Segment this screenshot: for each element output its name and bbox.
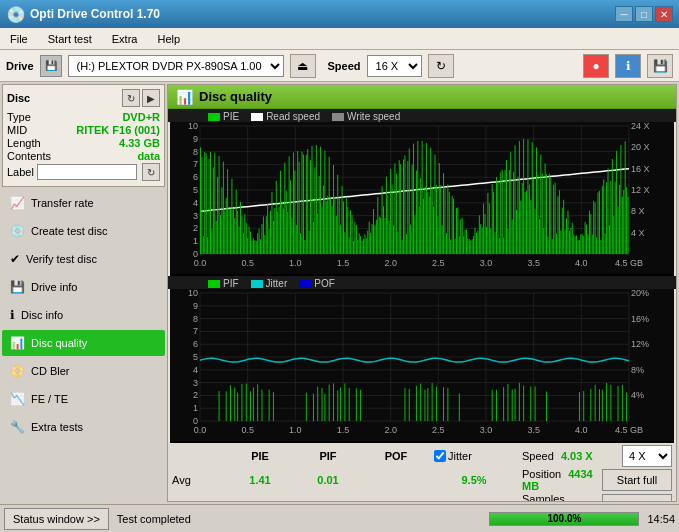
type-value: DVD+R — [122, 111, 160, 123]
speed-label: Speed — [328, 60, 361, 72]
nav-label-cd-bler: CD Bler — [31, 365, 70, 377]
content-icon: 📊 — [176, 89, 193, 105]
speed-info-value: 4.03 X — [561, 450, 593, 462]
read-speed-legend-label: Read speed — [266, 111, 320, 122]
drive-select[interactable]: (H:) PLEXTOR DVDR PX-890SA 1.00 — [68, 55, 284, 77]
stats-area: PIE PIF POF Jitter Speed 4.03 X 4 X — [168, 443, 676, 501]
mid-label: MID — [7, 124, 27, 136]
menu-start-test[interactable]: Start test — [42, 31, 98, 47]
chart1-canvas — [170, 122, 674, 274]
chart2-canvas — [170, 289, 674, 441]
disc-title: Disc — [7, 92, 30, 104]
pof-header: POF — [366, 450, 426, 462]
contents-label: Contents — [7, 150, 51, 162]
transfer-rate-icon: 📈 — [10, 196, 25, 210]
speed-info-label: Speed — [522, 450, 554, 462]
menu-help[interactable]: Help — [151, 31, 186, 47]
test-speed-select[interactable]: 4 X — [622, 445, 672, 467]
stats-avg-row: Avg 1.41 0.01 9.5% Position 4434 MB Star… — [172, 468, 672, 492]
menu-extra[interactable]: Extra — [106, 31, 144, 47]
jitter-max: 10.1% — [434, 499, 514, 501]
nav-label-verify-test-disc: Verify test disc — [26, 253, 97, 265]
charts-container: PIE Read speed Write speed PIF — [168, 109, 676, 501]
sidebar-item-disc-info[interactable]: ℹ Disc info — [2, 302, 165, 328]
nav-label-create-test-disc: Create test disc — [31, 225, 107, 237]
drivebar: Drive 💾 (H:) PLEXTOR DVDR PX-890SA 1.00 … — [0, 50, 679, 82]
drive-icon: 💾 — [40, 55, 62, 77]
titlebar-title: Opti Drive Control 1.70 — [30, 7, 160, 21]
start-part-button[interactable]: Start part — [602, 494, 672, 501]
sidebar-item-extra-tests[interactable]: 🔧 Extra tests — [2, 414, 165, 440]
nav-label-fe-te: FE / TE — [31, 393, 68, 405]
pif-avg: 0.01 — [298, 474, 358, 486]
refresh-button[interactable]: ↻ — [428, 54, 454, 78]
avg-label: Avg — [172, 474, 222, 486]
pif-max: 3 — [298, 499, 358, 501]
legend-pof: POF — [299, 278, 335, 289]
speed-info: Speed 4.03 X — [522, 450, 593, 462]
info-button[interactable]: ℹ — [615, 54, 641, 78]
max-label: Max — [172, 499, 222, 501]
content-title: Disc quality — [199, 89, 272, 104]
chart2-legend: PIF Jitter POF — [168, 276, 676, 289]
start-full-button[interactable]: Start full — [602, 469, 672, 491]
red-button[interactable]: ● — [583, 54, 609, 78]
pif-legend-label: PIF — [223, 278, 239, 289]
jitter-legend-label: Jitter — [266, 278, 288, 289]
nav-label-disc-info: Disc info — [21, 309, 63, 321]
write-speed-legend-box — [332, 113, 344, 121]
disc-arrow-button[interactable]: ▶ — [142, 89, 160, 107]
write-speed-legend-label: Write speed — [347, 111, 400, 122]
sidebar-item-cd-bler[interactable]: 📀 CD Bler — [2, 358, 165, 384]
jitter-checkbox[interactable] — [434, 450, 446, 462]
nav-label-transfer-rate: Transfer rate — [31, 197, 94, 209]
time-display: 14:54 — [647, 513, 675, 525]
status-window-button[interactable]: Status window >> — [4, 508, 109, 530]
disc-refresh-button[interactable]: ↻ — [122, 89, 140, 107]
label-refresh-button[interactable]: ↻ — [142, 163, 160, 181]
sidebar-item-verify-test-disc[interactable]: ✔ Verify test disc — [2, 246, 165, 272]
sidebar-item-transfer-rate[interactable]: 📈 Transfer rate — [2, 190, 165, 216]
legend-read-speed: Read speed — [251, 111, 320, 122]
pof-legend-box — [299, 280, 311, 288]
pif-legend-box — [208, 280, 220, 288]
menubar: File Start test Extra Help — [0, 28, 679, 50]
pof-legend-label: POF — [314, 278, 335, 289]
statusbar: Status window >> Test completed 100.0% 1… — [0, 504, 679, 532]
label-input[interactable] — [37, 164, 137, 180]
nav-label-drive-info: Drive info — [31, 281, 77, 293]
contents-value: data — [137, 150, 160, 162]
create-test-disc-icon: 💿 — [10, 224, 25, 238]
save-button[interactable]: 💾 — [647, 54, 673, 78]
chart2 — [170, 289, 674, 443]
sidebar-item-fe-te[interactable]: 📉 FE / TE — [2, 386, 165, 412]
jitter-legend-box — [251, 280, 263, 288]
label-label: Label — [7, 166, 34, 178]
pie-header: PIE — [230, 450, 290, 462]
sidebar: Disc ↻ ▶ Type DVD+R MID RITEK F16 (001) … — [0, 82, 167, 504]
main-area: Disc ↻ ▶ Type DVD+R MID RITEK F16 (001) … — [0, 82, 679, 504]
speed-select[interactable]: 16 X — [367, 55, 422, 77]
fe-te-icon: 📉 — [10, 392, 25, 406]
menu-file[interactable]: File — [4, 31, 34, 47]
samples-label: Samples — [522, 493, 565, 501]
close-button[interactable]: ✕ — [655, 6, 673, 22]
disc-info-icon: ℹ — [10, 308, 15, 322]
type-label: Type — [7, 111, 31, 123]
sidebar-item-disc-quality[interactable]: 📊 Disc quality — [2, 330, 165, 356]
sidebar-item-create-test-disc[interactable]: 💿 Create test disc — [2, 218, 165, 244]
legend-write-speed: Write speed — [332, 111, 400, 122]
stats-header-row: PIE PIF POF Jitter Speed 4.03 X 4 X — [172, 445, 672, 467]
maximize-button[interactable]: □ — [635, 6, 653, 22]
eject-button[interactable]: ⏏ — [290, 54, 316, 78]
titlebar: 💿 Opti Drive Control 1.70 ─ □ ✕ — [0, 0, 679, 28]
pie-legend-box — [208, 113, 220, 121]
length-label: Length — [7, 137, 41, 149]
pie-avg: 1.41 — [230, 474, 290, 486]
nav-label-disc-quality: Disc quality — [31, 337, 87, 349]
samples-info: Samples 132847 — [522, 493, 602, 501]
minimize-button[interactable]: ─ — [615, 6, 633, 22]
jitter-header-label: Jitter — [448, 450, 472, 462]
sidebar-item-drive-info[interactable]: 💾 Drive info — [2, 274, 165, 300]
jitter-avg: 9.5% — [434, 474, 514, 486]
